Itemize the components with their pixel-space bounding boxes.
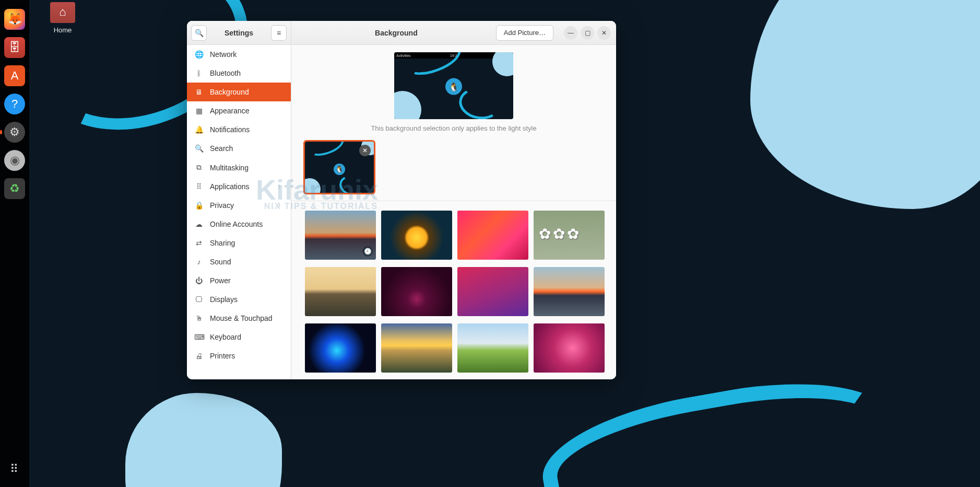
- dock: 🦊 🗄 A ? ⚙ ◉ ♻ ⠿: [0, 0, 29, 487]
- wallpaper-thumb[interactable]: [534, 323, 605, 373]
- sidebar-item-label: Online Accounts: [210, 220, 263, 228]
- wallpaper-thumb-custom[interactable]: 🐧 ✕: [305, 142, 374, 193]
- dock-firefox[interactable]: 🦊: [4, 9, 25, 30]
- sidebar-item-label: Search: [210, 144, 233, 153]
- sidebar-item-sharing[interactable]: ⇄ Sharing: [187, 234, 291, 252]
- dock-files[interactable]: 🗄: [4, 37, 25, 58]
- wallpaper-thumb[interactable]: [534, 267, 605, 316]
- preview-ring: [402, 52, 465, 81]
- sidebar-item-appearance[interactable]: ▦ Appearance: [187, 101, 291, 120]
- sidebar-item-label: Background: [210, 88, 249, 96]
- sidebar-item-keyboard[interactable]: ⌨ Keyboard: [187, 328, 291, 346]
- printer-icon: 🖨: [194, 352, 204, 360]
- sidebar-item-label: Sharing: [210, 239, 235, 247]
- globe-icon: 🌐: [194, 50, 204, 59]
- sidebar-item-label: Bluetooth: [210, 69, 241, 77]
- content-pane: Background Add Picture… — ▢ ✕ Activities…: [291, 21, 616, 379]
- sidebar-item-background[interactable]: 🖥 Background: [187, 83, 291, 101]
- sidebar-item-label: Multitasking: [210, 164, 249, 172]
- share-icon: ⇄: [194, 239, 204, 247]
- sidebar-item-displays[interactable]: 🖵 Displays: [187, 290, 291, 309]
- sidebar-header: 🔍 Settings ≡: [187, 21, 291, 45]
- monitor-icon: 🖥: [194, 88, 204, 96]
- search-icon: 🔍: [194, 144, 204, 153]
- sidebar-item-label: Displays: [210, 295, 238, 304]
- remove-wallpaper-button[interactable]: ✕: [359, 145, 371, 156]
- sidebar-item-multitasking[interactable]: ⧉ Multitasking: [187, 158, 291, 177]
- sidebar-item-label: Network: [210, 50, 237, 59]
- folder-icon: [50, 2, 75, 23]
- sidebar-item-privacy[interactable]: 🔒 Privacy 〉: [187, 196, 291, 215]
- panel-title: Background: [297, 29, 496, 37]
- sidebar-item-search[interactable]: 🔍 Search: [187, 139, 291, 158]
- wallpaper-thumb[interactable]: [305, 323, 376, 373]
- sidebar-item-power[interactable]: ⏻ Power: [187, 271, 291, 290]
- lock-icon: 🔒: [194, 201, 204, 210]
- hamburger-menu-button[interactable]: ≡: [271, 25, 287, 41]
- sidebar-item-notifications[interactable]: 🔔 Notifications: [187, 120, 291, 139]
- sidebar-item-label: Keyboard: [210, 333, 241, 341]
- wallpaper-thumb[interactable]: [457, 267, 528, 316]
- wallpaper-thumb[interactable]: [381, 323, 452, 373]
- keyboard-icon: ⌨: [194, 333, 204, 341]
- palette-icon: ▦: [194, 107, 204, 115]
- chevron-right-icon: 〉: [278, 202, 284, 210]
- dock-trash[interactable]: ♻: [4, 178, 25, 199]
- chevron-right-icon: 〉: [278, 183, 284, 191]
- sidebar-item-label: Printers: [210, 352, 235, 360]
- bluetooth-icon: ᛒ: [194, 69, 204, 77]
- preview-blob: [394, 91, 421, 119]
- sidebar-item-mouse[interactable]: 🖱 Mouse & Touchpad: [187, 309, 291, 328]
- sidebar-item-applications[interactable]: ⠿ Applications 〉: [187, 177, 291, 196]
- sidebar-item-sound[interactable]: ♪ Sound: [187, 252, 291, 271]
- sidebar-title: Settings: [210, 29, 268, 37]
- dock-disc[interactable]: ◉: [4, 150, 25, 171]
- sidebar-item-online-accounts[interactable]: ☁ Online Accounts: [187, 215, 291, 234]
- wallpaper-thumb[interactable]: [534, 211, 605, 260]
- sidebar-item-bluetooth[interactable]: ᛒ Bluetooth: [187, 64, 291, 83]
- sidebar-item-label: Power: [210, 276, 231, 285]
- content-header: Background Add Picture… — ▢ ✕: [291, 21, 616, 45]
- wallpaper-thumb[interactable]: [381, 267, 452, 316]
- wallpaper-thumb[interactable]: [457, 323, 528, 373]
- settings-sidebar: 🔍 Settings ≡ 🌐 Network ᛒ Bluetooth 🖥 Bac…: [187, 21, 291, 379]
- note-icon: ♪: [194, 258, 204, 266]
- wallpaper-blob-top-right: [750, 0, 980, 209]
- desktop-icon-label: Home: [44, 26, 81, 34]
- desktop-icon-home[interactable]: Home: [44, 2, 81, 34]
- minimize-button[interactable]: —: [564, 26, 577, 40]
- sidebar-item-label: Applications: [210, 182, 250, 191]
- wallpaper-thumb[interactable]: [457, 211, 528, 260]
- hamburger-icon: ≡: [277, 29, 281, 37]
- wallpaper-thumb[interactable]: 🕘: [305, 211, 376, 260]
- sidebar-item-label: Appearance: [210, 107, 250, 115]
- mouse-icon: 🖱: [194, 314, 204, 322]
- content-body: Activities 19:27 ▾ 🔊 ⏻ 🐧 This background…: [291, 45, 616, 379]
- close-icon: ✕: [362, 147, 368, 154]
- sidebar-item-label: Privacy: [210, 201, 234, 210]
- add-picture-button[interactable]: Add Picture…: [496, 25, 553, 41]
- close-button[interactable]: ✕: [597, 26, 611, 40]
- apps-icon: ⠿: [194, 182, 204, 191]
- wallpaper-thumb[interactable]: [381, 211, 452, 260]
- custom-wallpapers-row: 🐧 ✕: [305, 142, 603, 194]
- dock-software-store[interactable]: A: [4, 65, 25, 86]
- tux-icon: 🐧: [445, 78, 462, 95]
- wallpaper-blob-bottom-left: [125, 393, 282, 487]
- dock-show-apps[interactable]: ⠿: [4, 459, 25, 480]
- thumb-ring: [338, 173, 368, 193]
- sidebar-item-printers[interactable]: 🖨 Printers: [187, 346, 291, 365]
- sidebar-item-label: Notifications: [210, 125, 250, 134]
- thumb-ring: [306, 142, 346, 160]
- dock-help[interactable]: ?: [4, 94, 25, 114]
- dock-settings[interactable]: ⚙: [4, 122, 25, 143]
- close-icon: ✕: [601, 29, 607, 37]
- separator: [291, 201, 616, 201]
- wallpaper-thumb[interactable]: [305, 267, 376, 316]
- background-preview: Activities 19:27 ▾ 🔊 ⏻ 🐧: [394, 52, 513, 119]
- sidebar-item-label: Mouse & Touchpad: [210, 314, 273, 322]
- maximize-button[interactable]: ▢: [581, 26, 594, 40]
- sidebar-item-network[interactable]: 🌐 Network: [187, 45, 291, 64]
- display-icon: 🖵: [194, 295, 204, 304]
- search-button[interactable]: 🔍: [191, 25, 207, 41]
